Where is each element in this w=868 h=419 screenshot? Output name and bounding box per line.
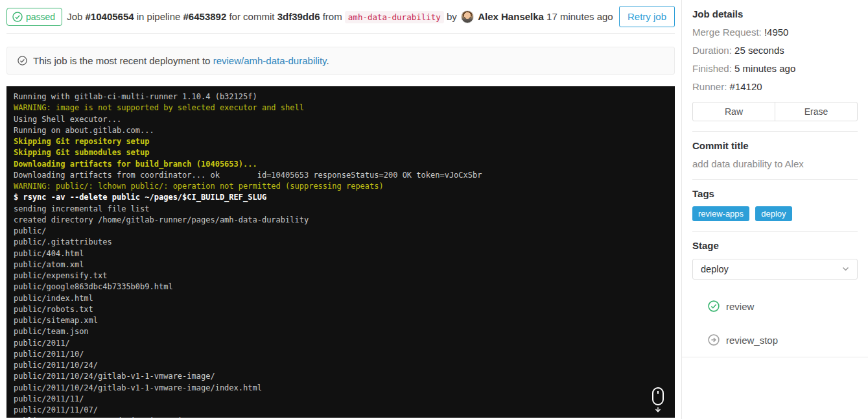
- log-line: $ rsync -av --delete public ~/pages/$CI_…: [14, 192, 668, 203]
- stage-heading: Stage: [692, 240, 858, 251]
- detail-label: Finished:: [692, 63, 732, 74]
- detail-finished: Finished: 5 minutes ago: [692, 63, 858, 74]
- log-line: Running on about.gitlab.com...: [14, 125, 668, 136]
- in-pipeline-label: in pipeline: [137, 11, 181, 22]
- log-line: WARNING: image is not supported by selec…: [14, 102, 668, 114]
- log-line: public/team.json: [14, 326, 668, 337]
- log-line: WARNING: public/: lchown public/: operat…: [14, 181, 668, 192]
- detail-label: Merge Request:: [692, 27, 762, 38]
- job-header: passed Job #10405654 in pipeline #645389…: [6, 0, 675, 34]
- build-row-review-stop[interactable]: review_stop: [682, 323, 868, 357]
- log-line: public/2011/10/: [14, 349, 668, 360]
- build-name: review_stop: [726, 335, 778, 346]
- environment-link[interactable]: review/amh-data-durability: [213, 55, 327, 66]
- log-line: Downloading artifacts from coordinator..…: [14, 170, 668, 181]
- log-line: Skipping Git repository setup: [14, 136, 668, 147]
- from-label: from: [323, 11, 342, 22]
- log-line: public/sitemap.xml: [14, 315, 668, 326]
- detail-label: Runner:: [692, 81, 727, 92]
- detail-duration: Duration: 25 seconds: [692, 45, 858, 56]
- detail-value: 25 seconds: [734, 45, 784, 56]
- for-commit-label: for commit: [229, 11, 274, 22]
- log-line: public/expensify.txt: [14, 270, 668, 281]
- log-actions: Raw Erase: [692, 102, 858, 121]
- status-label: passed: [26, 12, 55, 22]
- chevron-down-icon: [842, 267, 849, 272]
- job-description: Job #10405654 in pipeline #6453892 for c…: [67, 10, 613, 23]
- log-line: public/2011/11/: [14, 394, 668, 405]
- log-line: Using Shell executor...: [14, 114, 668, 125]
- success-status-icon: [708, 300, 720, 312]
- job-label: Job: [67, 11, 82, 22]
- detail-runner: Runner: #14120: [692, 81, 858, 92]
- retry-job-button[interactable]: Retry job: [619, 6, 675, 27]
- raw-button[interactable]: Raw: [692, 102, 775, 121]
- log-line: public/2011/: [14, 338, 668, 349]
- log-line: public/index.html: [14, 293, 668, 304]
- scroll-down-button[interactable]: [650, 387, 666, 414]
- erase-button[interactable]: Erase: [775, 102, 858, 121]
- commit-title-text: add data durability to Alex: [692, 158, 858, 169]
- stage-builds-list: review review_stop: [682, 289, 868, 357]
- log-line: public/: [14, 226, 668, 237]
- main-column: passed Job #10405654 in pipeline #645389…: [0, 0, 681, 419]
- job-details-block: Job details Merge Request: !4950 Duratio…: [692, 0, 858, 132]
- log-line: public/robots.txt: [14, 304, 668, 315]
- notice-check-icon: [18, 56, 27, 66]
- deployment-notice: This job is the most recent deployment t…: [6, 47, 675, 75]
- status-check-icon: [12, 12, 23, 22]
- pipeline-number-link[interactable]: #6453892: [183, 11, 227, 22]
- log-line: public/2011/10/24/gitlab-v1-1-vmware-ima…: [14, 383, 668, 394]
- manual-status-icon: [708, 334, 720, 346]
- log-line: public/2011/11/07/: [14, 405, 668, 416]
- stage-block: Stage deploy: [692, 232, 858, 289]
- tag-badge: review-apps: [692, 206, 749, 221]
- detail-value: #14120: [730, 81, 762, 92]
- log-line: public/2011/10/24/: [14, 360, 668, 371]
- commit-sha-link[interactable]: 3df39dd6: [277, 11, 320, 22]
- author-name-link[interactable]: Alex Hanselka: [478, 11, 544, 22]
- log-line: Downloading artifacts for build_branch (…: [14, 159, 668, 170]
- log-lines: Running with gitlab-ci-multi-runner 1.10…: [14, 91, 668, 418]
- status-badge: passed: [6, 8, 62, 26]
- job-details-title: Job details: [692, 8, 858, 19]
- build-name: review: [726, 301, 754, 312]
- job-page: passed Job #10405654 in pipeline #645389…: [0, 0, 868, 419]
- stage-dropdown[interactable]: deploy: [692, 259, 858, 280]
- tags-block: Tags review-apps deploy: [692, 180, 858, 232]
- stage-selected-value: deploy: [701, 264, 729, 274]
- log-line: public/404.html: [14, 248, 668, 259]
- time-ago: 17 minutes ago: [546, 11, 613, 22]
- author-avatar[interactable]: [461, 10, 474, 23]
- commit-title-heading: Commit title: [692, 140, 858, 151]
- log-line: Skipping Git submodules setup: [14, 147, 668, 158]
- log-line: public/2011/11/07/new-design-is-coming/: [14, 416, 668, 418]
- detail-merge-request: Merge Request: !4950: [692, 27, 858, 38]
- log-line: public/2011/10/24/gitlab-v1-1-vmware-ima…: [14, 371, 668, 382]
- detail-value: 5 minutes ago: [734, 63, 795, 74]
- log-line: created directory /home/gitlab-runner/pa…: [14, 215, 668, 226]
- detail-label: Duration:: [692, 45, 732, 56]
- job-number: #10405654: [86, 11, 134, 22]
- merge-request-link[interactable]: !4950: [764, 27, 789, 38]
- build-row-review[interactable]: review: [682, 289, 868, 323]
- log-line: public/google863dbc4b7335b0b9.html: [14, 281, 668, 293]
- job-sidebar: Job details Merge Request: !4950 Duratio…: [681, 0, 868, 419]
- log-line: public/.gitattributes: [14, 237, 668, 248]
- tags-row: review-apps deploy: [692, 206, 858, 221]
- log-line: public/atom.xml: [14, 259, 668, 270]
- deployment-notice-text: This job is the most recent deployment t…: [33, 55, 329, 66]
- log-line: Running with gitlab-ci-multi-runner 1.10…: [14, 91, 668, 102]
- tags-heading: Tags: [692, 188, 858, 199]
- scroll-mouse-icon: [650, 387, 666, 414]
- commit-title-block: Commit title add data durability to Alex: [692, 132, 858, 180]
- job-log: Running with gitlab-ci-multi-runner 1.10…: [6, 86, 675, 418]
- by-label: by: [447, 11, 457, 22]
- tag-badge: deploy: [755, 206, 792, 221]
- branch-ref-link[interactable]: amh-data-durability: [345, 11, 444, 23]
- log-line: sending incremental file list: [14, 204, 668, 215]
